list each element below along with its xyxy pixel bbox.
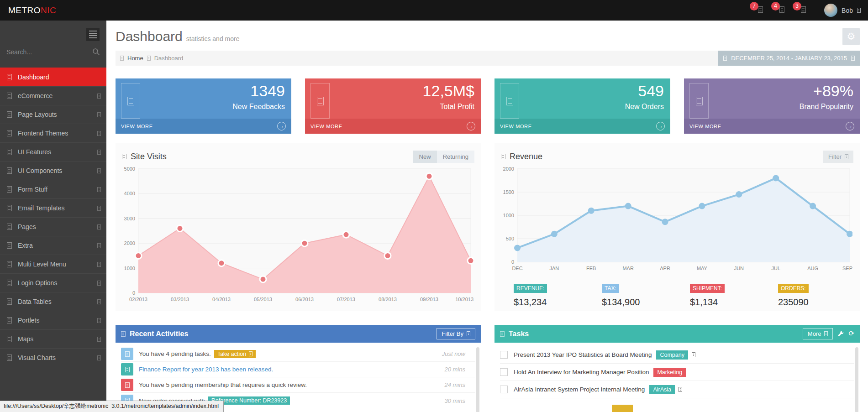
sidebar-item-page-layouts[interactable]: Page Layouts [0, 105, 106, 124]
inbox-button[interactable]: 4 [775, 6, 784, 15]
table-icon [7, 298, 12, 305]
cart-icon [7, 93, 12, 99]
date-range-picker[interactable]: DECEMBER 25, 2014 - JANUARY 23, 2015 [718, 51, 860, 66]
list-icon [7, 261, 12, 267]
sidebar-item-label: Multi Level Menu [18, 261, 66, 268]
view-more-link[interactable]: VIEW MORE → [116, 119, 291, 134]
sidebar-item-ui-features[interactable]: UI Features [0, 142, 106, 161]
svg-text:DEC: DEC [512, 266, 522, 271]
chevron-down-icon[interactable] [692, 352, 695, 357]
tasks-list: Present 2013 Year IPO Statistics at Boar… [494, 343, 860, 412]
sidebar-item-ui-components[interactable]: UI Components [0, 161, 106, 180]
chevron-right-icon [97, 206, 101, 211]
task-checkbox[interactable] [500, 351, 508, 359]
chevron-down-icon [249, 351, 253, 356]
clock-icon [121, 331, 126, 337]
settings-gear-button[interactable]: ⚙ [842, 28, 860, 45]
task-row: Present 2013 Year IPO Statistics at Boar… [500, 346, 854, 364]
sidebar-item-pages[interactable]: Pages [0, 217, 106, 236]
sidebar-item-label: Data Tables [18, 298, 52, 305]
site-visits-toggle: New Returning [413, 151, 474, 163]
task-row [500, 398, 854, 412]
tasks-button[interactable]: 3 [796, 6, 806, 15]
user-menu[interactable]: Bob [824, 4, 861, 17]
activity-link[interactable]: Finance Report for year 2013 has been re… [139, 366, 273, 373]
svg-text:1000: 1000 [124, 266, 135, 271]
svg-text:05/2013: 05/2013 [254, 297, 272, 302]
task-checkbox[interactable] [500, 368, 508, 376]
revenue-stats: REVENUE: $13,234 TAX: $134,900 SHIPMENT:… [501, 284, 853, 308]
site-visits-panel: Site Visits New Returning 01000200030004… [116, 143, 481, 311]
view-more-link[interactable]: VIEW MORE → [494, 119, 670, 134]
app-logo[interactable]: METRONIC [8, 0, 56, 21]
sidebar-item-login-options[interactable]: Login Options [0, 273, 106, 292]
breadcrumb-current: Dashboard [154, 55, 184, 62]
search-icon[interactable] [92, 48, 100, 56]
dashboard-icon [7, 74, 12, 80]
tasks-count-badge: 3 [793, 2, 801, 10]
orders-stat-badge: ORDERS: [778, 284, 809, 293]
sidebar-item-label: Dashboard [18, 73, 49, 81]
take-action-badge[interactable]: Take action [214, 350, 256, 358]
home-icon [120, 56, 124, 61]
sidebar-item-data-tables[interactable]: Data Tables [0, 292, 106, 311]
chevron-down-icon[interactable] [679, 387, 682, 392]
sidebar-item-maps[interactable]: Maps [0, 329, 106, 348]
company-badge: Company [656, 350, 688, 360]
stat-value: +89% [813, 82, 853, 100]
svg-text:1000: 1000 [503, 213, 514, 218]
new-visits-button[interactable]: New [413, 151, 437, 163]
scrollbar[interactable] [855, 347, 858, 412]
returning-visits-button[interactable]: Returning [437, 151, 474, 163]
search-input[interactable] [6, 48, 92, 56]
sidebar-item-extra[interactable]: Extra [0, 236, 106, 255]
svg-text:FEB: FEB [586, 266, 596, 271]
task-checkbox[interactable] [500, 386, 508, 393]
svg-text:JUN: JUN [734, 266, 744, 271]
arrow-right-icon[interactable]: → [656, 122, 665, 130]
sidebar-item-label: Maps [18, 335, 33, 343]
sidebar-item-label: Extra [18, 242, 33, 249]
marketing-badge: Marketing [653, 368, 686, 377]
view-more-link[interactable]: VIEW MORE → [305, 119, 481, 134]
chevron-right-icon [97, 131, 101, 136]
sidebar-item-email-templates[interactable]: Email Templates [0, 198, 106, 217]
filter-by-button[interactable]: Filter By [437, 328, 475, 339]
tasks-more-button[interactable]: More [803, 328, 833, 339]
revenue-stat-badge: REVENUE: [514, 284, 547, 293]
globe-icon [689, 83, 709, 119]
tasks-panel: Tasks More ⟳ Present 2013 Year IPO St [494, 325, 860, 412]
sidebar-item-multi-level-menu[interactable]: Multi Level Menu [0, 255, 106, 273]
avatar [824, 4, 837, 17]
sidebar-item-dashboard[interactable]: Dashboard [0, 68, 106, 86]
notifications-button[interactable]: 7 [753, 6, 763, 15]
recent-activities-title: Recent Activities [121, 330, 188, 338]
scrollbar[interactable] [476, 347, 479, 412]
sidebar-item-portlets[interactable]: Portlets [0, 311, 106, 329]
inbox-count-badge: 4 [771, 2, 780, 10]
tasks-title: Tasks [500, 330, 529, 338]
stat-card-orders: 549 New Orders VIEW MORE → [494, 78, 670, 134]
refresh-icon[interactable]: ⟳ [848, 330, 854, 337]
check-icon [500, 331, 505, 337]
chevron-down-icon [857, 8, 861, 13]
revenue-filter-button[interactable]: Filter [823, 151, 853, 163]
chevron-right-icon [97, 150, 101, 155]
wrench-icon[interactable] [837, 331, 844, 337]
stat-value: 549 [638, 82, 664, 100]
breadcrumb-home[interactable]: Home [127, 55, 143, 62]
view-more-link[interactable]: VIEW MORE → [684, 119, 860, 134]
sidebar-item-frontend-themes[interactable]: Frontend Themes [0, 124, 106, 142]
sidebar-toggle-button[interactable] [86, 28, 100, 41]
arrow-right-icon[interactable]: → [846, 122, 854, 130]
svg-text:JUL: JUL [771, 266, 780, 271]
activity-row: You have 4 pending tasks. Take action Ju… [121, 346, 475, 362]
sidebar-item-label: Frontend Themes [18, 130, 68, 137]
arrow-right-icon[interactable]: → [467, 122, 475, 130]
sidebar-menu: Dashboard eCommerce Page Layouts Fronten… [0, 68, 106, 367]
sidebar-item-ecommerce[interactable]: eCommerce [0, 86, 106, 105]
arrow-right-icon[interactable]: → [277, 122, 286, 130]
sidebar-item-visual-charts[interactable]: Visual Charts [0, 348, 106, 367]
email-icon [7, 205, 12, 211]
sidebar-item-form-stuff[interactable]: Form Stuff [0, 180, 106, 198]
